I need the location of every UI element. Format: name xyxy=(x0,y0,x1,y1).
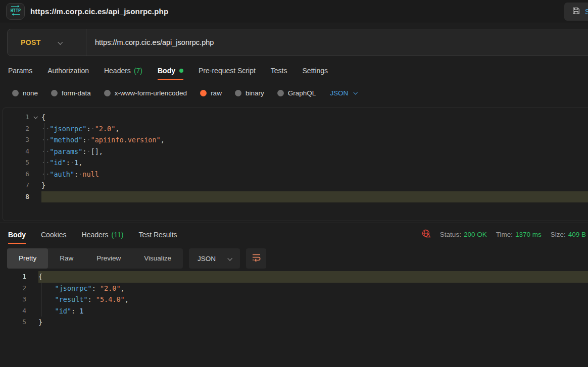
url-input[interactable] xyxy=(95,38,588,46)
code-text: { xyxy=(38,273,42,281)
fold-gutter xyxy=(26,271,38,283)
body-mode-graphql[interactable]: GraphQL xyxy=(277,89,316,97)
status-label: Status: xyxy=(440,231,461,238)
body-mode-label: none xyxy=(23,89,38,97)
request-tab-body[interactable]: Body xyxy=(158,61,183,80)
code-text: ··"jsonrpc":·"2.0", xyxy=(41,125,119,133)
unsaved-dot-icon xyxy=(179,69,183,73)
method-dropdown[interactable]: POST xyxy=(8,29,86,56)
http-request-tab[interactable]: HTTP xyxy=(6,3,25,20)
code-line: 4··"params":·[], xyxy=(3,146,588,158)
code-text: ··"auth":·null xyxy=(41,170,99,178)
body-mode-binary[interactable]: binary xyxy=(235,89,264,97)
chevron-down-icon xyxy=(354,90,358,94)
request-language-label: JSON xyxy=(330,89,348,97)
code-text: ··"params":·[], xyxy=(41,147,103,155)
save-button[interactable]: S xyxy=(564,3,588,21)
code-line: 2··"jsonrpc":·"2.0", xyxy=(3,123,588,135)
page-title: https://m.corp.cic.es/api_jsonrpc.php xyxy=(30,7,168,16)
tab-label: Test Results xyxy=(138,231,177,239)
response-body-editor[interactable]: 1{2 "jsonrpc": "2.0",3 "result": "5.4.0"… xyxy=(0,271,588,328)
line-number: 1 xyxy=(0,271,26,283)
chevron-down-icon xyxy=(33,115,37,119)
network-warning-icon[interactable] xyxy=(421,229,431,240)
request-tab-tests[interactable]: Tests xyxy=(271,61,287,80)
code-text: ··"id":·1, xyxy=(41,159,82,167)
request-tab-params[interactable]: Params xyxy=(8,61,32,80)
status-value: 200 OK xyxy=(464,231,487,238)
time-badge: Time: 1370 ms xyxy=(496,231,542,238)
body-mode-label: x-www-form-urlencoded xyxy=(115,89,187,97)
response-tab-body[interactable]: Body xyxy=(8,225,26,244)
line-content: "result": "5.4.0", xyxy=(38,294,588,305)
response-language-dropdown[interactable]: JSON xyxy=(189,248,240,269)
tab-count: (7) xyxy=(134,67,142,75)
fold-gutter xyxy=(29,191,41,203)
body-mode-label: GraphQL xyxy=(288,89,316,97)
size-badge: Size: 409 B xyxy=(551,231,586,238)
code-line: 1{ xyxy=(3,112,588,123)
fold-toggle[interactable] xyxy=(29,112,41,123)
code-text: "result": "5.4.0", xyxy=(38,295,129,303)
response-view-switch: PrettyRawPreviewVisualize xyxy=(7,248,183,269)
tab-count: (11) xyxy=(112,231,124,239)
postman-app: { "colors": { "accent_orange": "#ff6c37"… xyxy=(0,0,588,367)
tab-label: Tests xyxy=(271,67,287,75)
request-tabs: ParamsAuthorizationHeaders(7)BodyPre-req… xyxy=(0,61,343,80)
body-mode-form-data[interactable]: form-data xyxy=(51,89,91,97)
code-text: "jsonrpc": "2.0", xyxy=(38,284,125,292)
body-mode-x-www-form-urlencoded[interactable]: x-www-form-urlencoded xyxy=(104,89,187,97)
line-number: 3 xyxy=(0,294,26,305)
code-text: } xyxy=(38,318,42,326)
radio-icon xyxy=(235,90,241,96)
request-tab-settings[interactable]: Settings xyxy=(303,61,328,80)
fold-gutter xyxy=(29,134,41,146)
code-line: 4 "id": 1 xyxy=(0,305,588,317)
fold-gutter xyxy=(29,180,41,191)
line-content xyxy=(41,191,588,203)
code-text: } xyxy=(41,181,45,189)
body-mode-raw[interactable]: raw xyxy=(200,89,222,97)
view-tab-raw[interactable]: Raw xyxy=(48,248,85,269)
response-language-label: JSON xyxy=(198,255,216,263)
line-number: 8 xyxy=(3,191,29,203)
view-tab-preview[interactable]: Preview xyxy=(85,248,132,269)
size-value: 409 B xyxy=(568,231,586,238)
response-tab-test-results[interactable]: Test Results xyxy=(138,225,177,244)
code-line: 5··"id":·1, xyxy=(3,157,588,169)
chevron-down-icon xyxy=(227,255,232,260)
time-label: Time: xyxy=(496,231,513,238)
wrap-text-button[interactable] xyxy=(246,248,266,269)
tab-label: Cookies xyxy=(41,231,67,239)
active-tab-underline xyxy=(8,243,26,244)
line-content: "jsonrpc": "2.0", xyxy=(38,283,588,294)
request-tab-authorization[interactable]: Authorization xyxy=(47,61,89,80)
tab-label: Pre-request Script xyxy=(199,67,256,75)
request-body-editor[interactable]: 1{2··"jsonrpc":·"2.0",3··"method":·"apii… xyxy=(3,108,588,221)
time-value: 1370 ms xyxy=(515,231,542,238)
code-line: 2 "jsonrpc": "2.0", xyxy=(0,283,588,294)
body-mode-none[interactable]: none xyxy=(12,89,38,97)
request-tab-pre-request-script[interactable]: Pre-request Script xyxy=(199,61,256,80)
request-url-bar: POST xyxy=(7,29,588,56)
status-badge: Status: 200 OK xyxy=(440,231,487,238)
svg-text:HTTP: HTTP xyxy=(10,8,20,13)
view-tab-pretty[interactable]: Pretty xyxy=(7,248,48,269)
fold-gutter xyxy=(26,283,38,294)
line-content: { xyxy=(38,271,588,283)
request-tab-headers[interactable]: Headers(7) xyxy=(104,61,142,80)
view-tab-visualize[interactable]: Visualize xyxy=(132,248,183,269)
request-language-dropdown[interactable]: JSON xyxy=(330,89,357,97)
line-number: 2 xyxy=(3,123,29,135)
line-content: ··"jsonrpc":·"2.0", xyxy=(41,123,588,135)
request-tab-header: HTTP https://m.corp.cic.es/api_jsonrpc.p… xyxy=(0,0,588,23)
divider xyxy=(0,223,588,223)
code-line: 3 "result": "5.4.0", xyxy=(0,294,588,305)
line-number: 2 xyxy=(0,283,26,294)
fold-gutter xyxy=(29,146,41,158)
response-tab-cookies[interactable]: Cookies xyxy=(41,225,67,244)
response-tab-headers[interactable]: Headers(11) xyxy=(82,225,124,244)
code-line: 5} xyxy=(0,317,588,328)
line-content: { xyxy=(41,112,588,123)
tab-label: Body xyxy=(158,67,175,75)
